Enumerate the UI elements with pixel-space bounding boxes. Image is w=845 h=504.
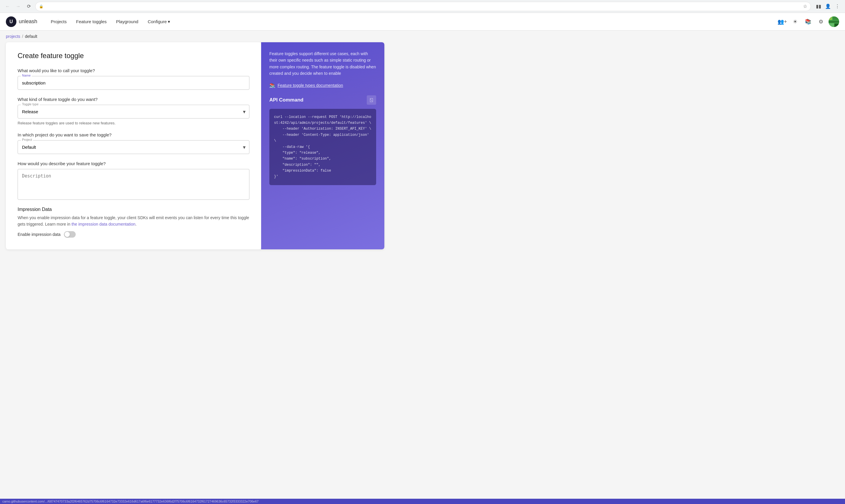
impression-section: Impression Data When you enable impressi…	[18, 207, 249, 238]
project-select[interactable]: Default	[18, 141, 249, 154]
right-panel: Feature toggles support different use ca…	[261, 42, 384, 249]
form-panel: Create feature toggle What would you lik…	[6, 42, 261, 249]
nav-playground[interactable]: Playground	[112, 17, 142, 26]
impression-data-toggle[interactable]	[64, 231, 76, 238]
browser-actions: ▮▮ 👤 ⋮	[814, 2, 842, 11]
nav-feature-toggles[interactable]: Feature toggles	[72, 17, 111, 26]
impression-title: Impression Data	[18, 207, 249, 212]
impression-toggle-row: Enable impression data	[18, 231, 249, 238]
name-input[interactable]	[18, 76, 249, 89]
project-floating-label: Project	[21, 138, 33, 141]
breadcrumb-default: default	[25, 34, 37, 39]
copy-api-button[interactable]: ⍂	[367, 95, 376, 105]
type-floating-label: Toggle type	[21, 102, 40, 106]
book-icon: 📚	[269, 83, 275, 88]
add-user-button[interactable]: 👥+	[777, 16, 788, 27]
project-question: In which project do you want to save the…	[18, 132, 249, 137]
breadcrumb-separator: /	[22, 34, 23, 39]
svg-rect-4	[829, 23, 834, 27]
nav-right: 👥+ ☀ 📚 ⚙	[777, 16, 839, 27]
name-question: What would you like to call your toggle?	[18, 68, 249, 73]
api-section-header: API Command ⍂	[269, 95, 376, 105]
type-question: What kind of feature toggle do you want?	[18, 97, 249, 102]
logo[interactable]: U unleash	[6, 16, 37, 27]
avatar[interactable]	[829, 16, 839, 27]
settings-button[interactable]: ⚙	[816, 16, 826, 27]
project-section: In which project do you want to save the…	[18, 132, 249, 154]
svg-rect-1	[829, 16, 832, 20]
impression-docs-link[interactable]: the impression data documentation	[72, 222, 136, 227]
nav-projects[interactable]: Projects	[47, 17, 71, 26]
impression-desc: When you enable impression data for a fe…	[18, 214, 249, 228]
copy-icon: ⍂	[370, 97, 373, 103]
logo-text: unleash	[19, 18, 37, 25]
extensions-button[interactable]: ▮▮	[814, 2, 823, 11]
enable-impression-label: Enable impression data	[18, 232, 60, 237]
description-textarea[interactable]	[18, 169, 249, 199]
bookmark-icon[interactable]: ☆	[803, 3, 807, 9]
main-content: Create feature toggle What would you lik…	[0, 42, 845, 255]
lock-icon: 🔒	[39, 4, 43, 8]
name-input-wrapper: Name	[18, 76, 249, 90]
svg-rect-3	[829, 20, 839, 23]
description-question: How would you describe your feature togg…	[18, 161, 249, 166]
svg-rect-5	[834, 23, 839, 27]
url-input[interactable]: localhost:4242/projects/default/create-t…	[45, 4, 801, 8]
logo-circle: U	[6, 16, 16, 27]
toggle-type-section: What kind of feature toggle do you want?…	[18, 97, 249, 125]
browser-chrome: ← → ⟳ 🔒 localhost:4242/projects/default/…	[0, 0, 845, 13]
svg-rect-2	[833, 16, 839, 20]
page-title: Create feature toggle	[18, 52, 249, 60]
nav-links: Projects Feature toggles Playground Conf…	[47, 17, 768, 27]
toggle-type-wrapper: Toggle type Release Experiment Operation…	[18, 105, 249, 119]
back-button[interactable]: ←	[3, 2, 12, 11]
breadcrumb: projects / default	[0, 31, 845, 42]
menu-button[interactable]: ⋮	[833, 2, 842, 11]
address-bar: 🔒 localhost:4242/projects/default/create…	[35, 2, 811, 11]
doc-link[interactable]: 📚 Feature toggle types documentation	[269, 83, 376, 88]
profile-button[interactable]: 👤	[824, 2, 832, 11]
nav-configure[interactable]: Configure ▾	[143, 17, 174, 27]
description-wrapper	[18, 169, 249, 200]
sidebar-intro: Feature toggles support different use ca…	[269, 51, 376, 77]
reload-button[interactable]: ⟳	[25, 2, 33, 11]
project-wrapper: Project Default ▾	[18, 140, 249, 154]
docs-button[interactable]: 📚	[803, 16, 813, 27]
top-nav: U unleash Projects Feature toggles Playg…	[0, 13, 845, 31]
api-code-block: curl --location --request POST 'http://l…	[269, 109, 376, 185]
breadcrumb-projects[interactable]: projects	[6, 34, 20, 39]
description-section: How would you describe your feature togg…	[18, 161, 249, 200]
forward-button[interactable]: →	[14, 2, 22, 11]
name-floating-label: Name	[21, 74, 32, 77]
name-section: What would you like to call your toggle?…	[18, 68, 249, 90]
toggle-type-select[interactable]: Release Experiment Operational Kill swit…	[18, 105, 249, 118]
toggle-type-hint: Release feature toggles are used to rele…	[18, 121, 249, 125]
theme-toggle-button[interactable]: ☀	[790, 16, 801, 27]
doc-link-text: Feature toggle types documentation	[277, 83, 343, 88]
content-card: Create feature toggle What would you lik…	[6, 42, 384, 249]
api-title: API Command	[269, 97, 303, 103]
chevron-down-icon: ▾	[168, 19, 170, 24]
